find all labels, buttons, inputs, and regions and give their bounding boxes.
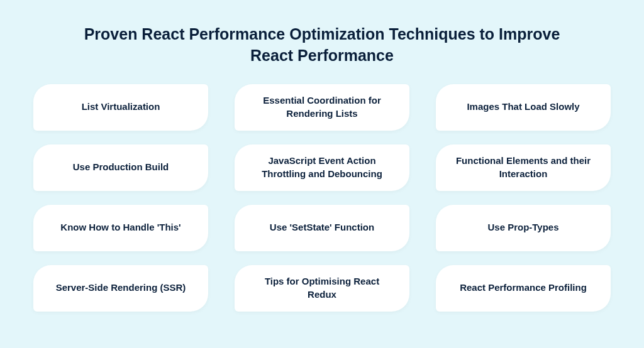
technique-card: Functional Elements and their Interactio… bbox=[436, 144, 611, 191]
technique-card: Use 'SetState' Function bbox=[235, 205, 409, 251]
page-title: Proven React Performance Optimization Te… bbox=[28, 24, 616, 67]
technique-label: Use Prop-Types bbox=[487, 221, 558, 234]
technique-label: Images That Load Slowly bbox=[467, 101, 579, 113]
techniques-grid: List Virtualization Essential Coordinati… bbox=[28, 84, 616, 312]
technique-label: Server-Side Rendering (SSR) bbox=[56, 281, 186, 294]
technique-label: Essential Coordination for Rendering Lis… bbox=[250, 94, 394, 120]
diagram-container: Proven React Performance Optimization Te… bbox=[28, 24, 616, 324]
technique-card: List Virtualization bbox=[33, 84, 208, 131]
technique-label: Use 'SetState' Function bbox=[270, 221, 374, 234]
technique-card: Use Production Build bbox=[33, 144, 208, 191]
technique-card: JavaScript Event Action Throttling and D… bbox=[235, 144, 409, 191]
technique-card: Essential Coordination for Rendering Lis… bbox=[235, 84, 409, 131]
technique-label: JavaScript Event Action Throttling and D… bbox=[250, 155, 394, 180]
technique-card: React Performance Profiling bbox=[436, 265, 611, 312]
technique-label: Use Production Build bbox=[73, 161, 169, 173]
technique-label: List Virtualization bbox=[82, 101, 160, 113]
technique-card: Use Prop-Types bbox=[436, 205, 611, 251]
technique-card: Know How to Handle 'This' bbox=[33, 205, 208, 251]
technique-card: Images That Load Slowly bbox=[436, 84, 611, 131]
technique-label: Know How to Handle 'This' bbox=[60, 221, 180, 234]
technique-label: Functional Elements and their Interactio… bbox=[451, 155, 596, 180]
technique-label: React Performance Profiling bbox=[460, 281, 587, 294]
technique-label: Tips for Optimising React Redux bbox=[250, 275, 394, 301]
technique-card: Tips for Optimising React Redux bbox=[235, 265, 409, 312]
technique-card: Server-Side Rendering (SSR) bbox=[33, 265, 208, 312]
